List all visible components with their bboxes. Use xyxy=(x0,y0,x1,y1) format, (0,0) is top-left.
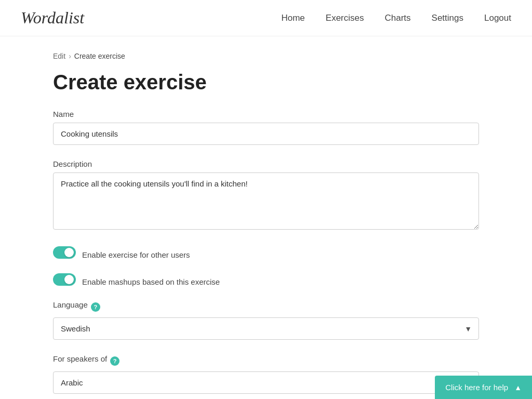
header: Wordalist Home Exercises Charts Settings… xyxy=(0,0,532,36)
toggle-enable-exercise-slider xyxy=(53,246,76,259)
logo: Wordalist xyxy=(21,8,84,28)
breadcrumb-parent[interactable]: Edit xyxy=(53,52,65,60)
toggle-enable-exercise-label: Enable exercise for other users xyxy=(82,250,190,259)
speakers-label-row: For speakers of ? xyxy=(53,354,479,367)
language-help-icon[interactable]: ? xyxy=(91,302,100,312)
name-field-group: Name xyxy=(53,110,479,145)
breadcrumb-separator: › xyxy=(69,52,71,60)
toggle-enable-exercise[interactable] xyxy=(53,246,76,259)
nav-home[interactable]: Home xyxy=(281,13,304,23)
main-nav: Home Exercises Charts Settings Logout xyxy=(281,13,511,23)
nav-settings[interactable]: Settings xyxy=(432,13,463,23)
name-input[interactable] xyxy=(53,123,479,145)
toggle-enable-mashups[interactable] xyxy=(53,273,76,286)
toggle-enable-mashups-slider xyxy=(53,273,76,286)
language-label: Language xyxy=(53,300,88,309)
breadcrumb-current: Create exercise xyxy=(74,52,125,60)
nav-exercises[interactable]: Exercises xyxy=(326,13,364,23)
language-label-row: Language ? xyxy=(53,300,479,313)
main-content: Edit › Create exercise Create exercise N… xyxy=(32,36,500,399)
speakers-select-wrapper: Arabic English French German Spanish ▼ xyxy=(53,371,479,394)
speakers-field-group: For speakers of ? Arabic English French … xyxy=(53,354,479,394)
description-label: Description xyxy=(53,159,479,168)
toggle-enable-exercise-row: Enable exercise for other users xyxy=(53,246,479,263)
help-bar[interactable]: Click here for help ▲ xyxy=(435,376,532,399)
description-field-group: Description Practice all the cooking ute… xyxy=(53,159,479,232)
nav-charts[interactable]: Charts xyxy=(384,13,410,23)
toggle-enable-mashups-row: Enable mashups based on this exercise xyxy=(53,273,479,290)
description-input[interactable]: Practice all the cooking utensils you'll… xyxy=(53,172,479,230)
speakers-label: For speakers of xyxy=(53,354,107,363)
breadcrumb: Edit › Create exercise xyxy=(53,52,479,60)
language-select-wrapper: Swedish English French German Spanish ▼ xyxy=(53,317,479,340)
language-select[interactable]: Swedish English French German Spanish xyxy=(53,317,479,340)
help-bar-label: Click here for help xyxy=(445,383,508,392)
speakers-help-icon[interactable]: ? xyxy=(110,356,119,366)
nav-logout[interactable]: Logout xyxy=(484,13,511,23)
language-field-group: Language ? Swedish English French German… xyxy=(53,300,479,340)
name-label: Name xyxy=(53,110,479,118)
toggle-enable-mashups-label: Enable mashups based on this exercise xyxy=(82,277,220,286)
help-bar-chevron: ▲ xyxy=(514,383,522,392)
page-title: Create exercise xyxy=(53,71,479,94)
speakers-select[interactable]: Arabic English French German Spanish xyxy=(53,371,479,394)
